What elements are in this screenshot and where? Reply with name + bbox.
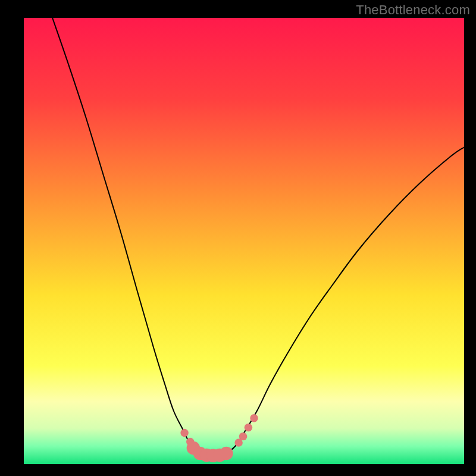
- chart-frame: TheBottleneck.com: [0, 0, 476, 476]
- marker-dot: [250, 414, 258, 422]
- gradient-background: [24, 18, 464, 464]
- marker-dot: [220, 447, 233, 461]
- plot-area: [24, 18, 464, 464]
- marker-dot: [245, 424, 253, 432]
- marker-dot: [180, 429, 189, 437]
- marker-dot: [239, 433, 248, 441]
- watermark-text: TheBottleneck.com: [356, 2, 470, 18]
- bottleneck-chart: [24, 18, 464, 464]
